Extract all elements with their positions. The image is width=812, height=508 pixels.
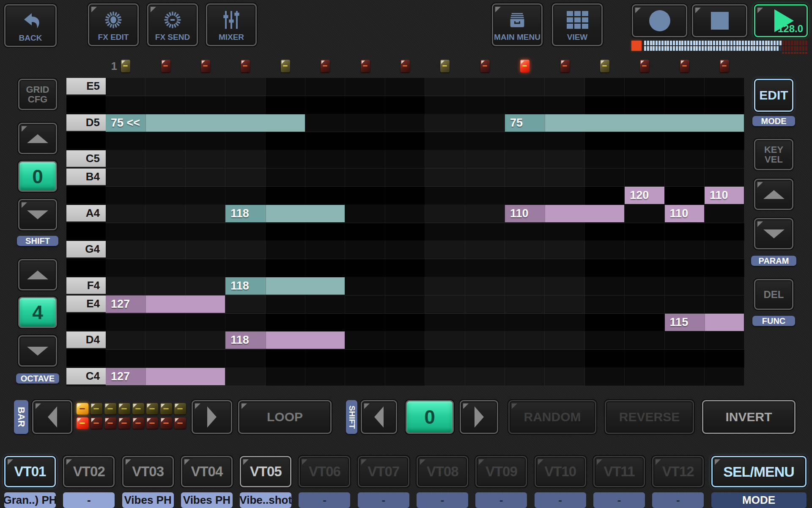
grid-cell[interactable]	[465, 259, 505, 277]
grid-cell[interactable]	[385, 241, 425, 259]
grid-cell[interactable]	[585, 368, 625, 386]
step-marker[interactable]	[361, 60, 370, 72]
grid-cell[interactable]	[465, 350, 505, 368]
grid-cell[interactable]	[585, 350, 625, 368]
grid-cell[interactable]	[665, 187, 705, 205]
grid-cell[interactable]	[425, 350, 465, 368]
step-marker[interactable]	[520, 60, 529, 72]
grid-cell[interactable]	[145, 187, 185, 205]
grid-cell[interactable]	[545, 295, 584, 314]
bar-slot-top[interactable]	[132, 403, 144, 414]
grid-cell[interactable]	[305, 295, 345, 314]
octave-down-button[interactable]	[18, 335, 57, 367]
grid-cell[interactable]	[505, 223, 545, 241]
grid-cell[interactable]	[425, 223, 465, 241]
step-marker[interactable]	[201, 60, 210, 72]
grid-cell[interactable]	[345, 96, 385, 114]
step-marker[interactable]	[401, 60, 410, 72]
grid-cell[interactable]	[705, 132, 744, 150]
play-button[interactable]: 128.0	[754, 4, 808, 37]
grid-cell[interactable]	[465, 150, 505, 168]
note[interactable]: 118	[225, 331, 345, 349]
grid-cell[interactable]	[585, 241, 625, 259]
grid-cell[interactable]	[106, 314, 145, 332]
grid-cell[interactable]	[225, 241, 265, 259]
bar-slot-bottom[interactable]	[91, 417, 102, 429]
track-button-vt11[interactable]: VT11	[593, 456, 645, 487]
grid-cell[interactable]	[186, 132, 225, 150]
grid-cell[interactable]	[305, 96, 345, 114]
octave-up-button[interactable]	[18, 259, 57, 290]
grid-cell[interactable]	[385, 150, 425, 168]
grid-cell[interactable]	[505, 150, 545, 168]
bar-slot-bottom[interactable]	[118, 417, 130, 429]
grid-cell[interactable]	[266, 78, 305, 96]
grid-cell[interactable]	[665, 277, 705, 295]
grid-cell[interactable]	[425, 259, 465, 277]
grid-cell[interactable]	[505, 295, 545, 314]
grid-cell[interactable]	[425, 277, 465, 295]
grid-cell[interactable]	[225, 350, 265, 368]
grid-cell[interactable]	[305, 150, 345, 168]
step-marker[interactable]	[161, 60, 170, 72]
edit-mode-button[interactable]: EDIT	[754, 79, 793, 112]
grid-cell[interactable]	[425, 295, 465, 314]
grid-cell[interactable]	[625, 168, 664, 187]
grid-cell[interactable]	[225, 223, 265, 241]
grid-cell[interactable]	[145, 259, 185, 277]
key-vel-button[interactable]: KEY VEL	[754, 139, 793, 170]
record-button[interactable]	[632, 4, 687, 37]
note[interactable]: 75	[505, 114, 744, 132]
grid-cell[interactable]	[425, 96, 465, 114]
grid-cell[interactable]	[385, 259, 425, 277]
grid-cell[interactable]	[705, 223, 744, 241]
random-button[interactable]: RANDOM	[508, 400, 596, 434]
shift-down-button[interactable]	[18, 199, 57, 230]
grid-cell[interactable]	[465, 78, 505, 96]
grid-cell[interactable]	[225, 168, 265, 187]
grid-cell[interactable]	[505, 259, 545, 277]
grid-cell[interactable]	[385, 78, 425, 96]
grid-cell[interactable]	[145, 168, 185, 187]
grid-cell[interactable]	[145, 314, 185, 332]
grid-cell[interactable]	[425, 331, 465, 350]
grid-cell[interactable]	[465, 187, 505, 205]
grid-cell[interactable]	[625, 241, 664, 259]
grid-cell[interactable]	[425, 368, 465, 386]
grid-cell[interactable]	[465, 168, 505, 187]
grid-cell[interactable]	[705, 241, 744, 259]
grid-cell[interactable]	[425, 168, 465, 187]
grid-cell[interactable]	[505, 96, 545, 114]
bar-next-button[interactable]	[192, 400, 232, 434]
grid-cell[interactable]	[665, 241, 705, 259]
grid-cell[interactable]	[145, 350, 185, 368]
grid-cell[interactable]	[665, 96, 705, 114]
note[interactable]: 110	[505, 205, 624, 222]
grid-cell[interactable]	[225, 78, 265, 96]
grid-cell[interactable]	[625, 205, 664, 223]
grid-cell[interactable]	[345, 314, 385, 332]
grid-cell[interactable]	[505, 187, 545, 205]
grid-cell[interactable]	[345, 168, 385, 187]
grid-cell[interactable]	[266, 187, 305, 205]
grid-cell[interactable]	[145, 132, 185, 150]
grid-cell[interactable]	[225, 150, 265, 168]
grid-cell[interactable]	[545, 331, 584, 350]
grid-cell[interactable]	[266, 96, 305, 114]
step-marker[interactable]	[480, 60, 490, 72]
grid-cell[interactable]	[106, 168, 145, 187]
grid-cell[interactable]	[106, 331, 145, 350]
grid-cell[interactable]	[385, 350, 425, 368]
bar-slot-top[interactable]	[118, 403, 130, 414]
grid-cell[interactable]	[186, 187, 225, 205]
grid-cell[interactable]	[625, 277, 664, 295]
grid-cell[interactable]	[545, 259, 584, 277]
grid-cell[interactable]	[545, 368, 584, 386]
grid-cell[interactable]	[665, 350, 705, 368]
stop-button[interactable]	[692, 4, 747, 37]
grid-cell[interactable]	[385, 368, 425, 386]
note[interactable]: 127	[106, 295, 225, 313]
fx-edit-button[interactable]: FX EDIT	[88, 3, 139, 46]
grid-cell[interactable]	[186, 241, 225, 259]
grid-cell[interactable]	[545, 350, 584, 368]
